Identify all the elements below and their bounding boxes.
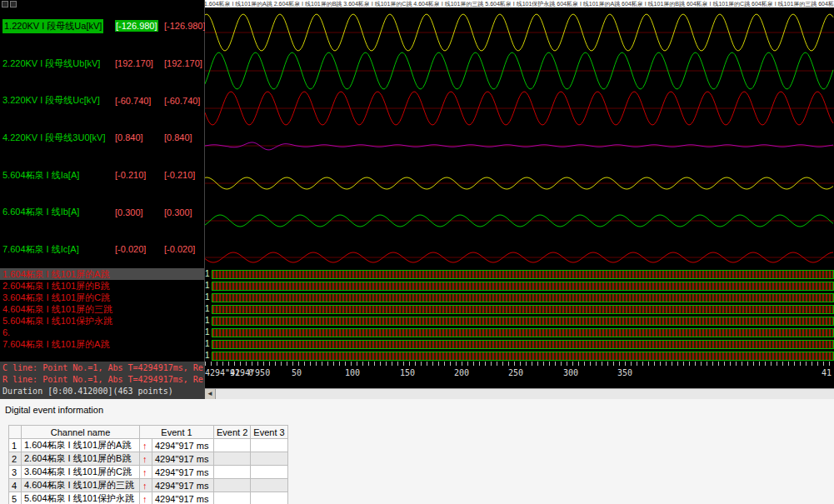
- digital-value: 1: [205, 327, 212, 338]
- time-axis[interactable]: 4294"91 4294"950 0 50 100 150 200 250 30…: [205, 362, 834, 388]
- analog-channel-label[interactable]: 4.220KV I 段母线3U0[kV]: [2, 132, 106, 144]
- col-event1-header: Event 1: [140, 426, 214, 439]
- rising-edge-icon: ↑: [140, 492, 152, 504]
- analog-channel-row[interactable]: 4.220KV I 段母线3U0[kV] [0.840] [0.840]: [0, 119, 204, 157]
- time-axis-label: 150: [400, 368, 415, 377]
- analog-channel-label[interactable]: 1.220KV I 段母线Ua[kV]: [2, 19, 103, 33]
- time-axis-label: 200: [454, 368, 469, 377]
- event2-cell: [214, 479, 251, 492]
- analog-channel-row[interactable]: 5.604柘泉 I 线Ia[A] [-0.210] [-0.210]: [0, 157, 204, 194]
- event-table: Channel name Event 1 Event 2 Event 3 1 1…: [8, 425, 288, 504]
- event2-cell: [214, 492, 251, 504]
- digital-channel-label[interactable]: 5.604柘泉 I 线101保护永跳: [0, 315, 204, 327]
- event2-cell: [214, 452, 251, 466]
- rising-edge-icon: ↑: [140, 439, 152, 452]
- duration-status: Duration [0:00.412000](463 points): [0, 386, 204, 397]
- analog-channel-row[interactable]: 3.220KV I 段母线Uc[kV] [-60.740] [-60.740]: [0, 82, 204, 119]
- event3-cell: [251, 452, 287, 466]
- digital-channel-label[interactable]: [0, 350, 204, 362]
- analog-ref-value: [-60.740]: [164, 96, 200, 106]
- event-table-row[interactable]: 1 1.604柘泉 I 线101屏的A跳 ↑ 4294"917 ms: [9, 439, 288, 452]
- analog-cursor-value: [-126.980]: [115, 20, 158, 32]
- analog-channel-label[interactable]: 3.220KV I 段母线Uc[kV]: [2, 94, 100, 107]
- analog-cursor-value: [0.840]: [115, 132, 143, 142]
- toolbar-icon[interactable]: [2, 1, 8, 7]
- digital-channel-label[interactable]: 2.604柘泉 I 线101屏的B跳: [0, 280, 204, 292]
- corner-toolbar: [0, 0, 204, 7]
- toolbar-icon[interactable]: [10, 1, 17, 7]
- analog-channel-row[interactable]: 7.604柘泉 I 线Ic[A] [-0.020] [-0.020]: [0, 231, 204, 268]
- digital-signal-plot[interactable]: 1 1 1 1 1 1 1 1: [205, 268, 834, 362]
- event-table-row[interactable]: 2 2.604柘泉 I 线101屏的B跳 ↑ 4294"917 ms: [9, 452, 288, 466]
- time-axis-label: 50: [292, 368, 302, 377]
- analog-channel-row[interactable]: 2.220KV I 段母线Ub[kV] [192.170] [192.170]: [0, 45, 204, 82]
- analog-cursor-value: [-60.740]: [115, 96, 151, 106]
- event-channel-name: 1.604柘泉 I 线101屏的A跳: [22, 439, 140, 452]
- analog-cursor-value: [-0.210]: [115, 170, 146, 180]
- analog-channel-label[interactable]: 6.604柘泉 I 线Ib[A]: [2, 206, 79, 218]
- digital-channel-label[interactable]: 4.604柘泉 I 线101屏的三跳: [0, 303, 204, 315]
- scroll-left-button[interactable]: ◄: [205, 389, 216, 399]
- analog-channel-label[interactable]: 5.604柘泉 I 线Ia[A]: [2, 169, 79, 182]
- event3-cell: [251, 479, 287, 492]
- event-table-row[interactable]: 5 5.604柘泉 I 线101保护永跳 ↑ 4294"917 ms: [9, 492, 288, 504]
- digital-value: 1: [205, 338, 212, 350]
- time-axis-label: 250: [508, 368, 523, 377]
- digital-signal-row: 1: [205, 338, 834, 350]
- digital-signal-bar: [212, 352, 834, 361]
- digital-value: 1: [205, 280, 212, 292]
- digital-channel-label[interactable]: 6.: [0, 327, 204, 338]
- col-channel-name-header: Channel name: [22, 426, 140, 439]
- event-channel-name: 5.604柘泉 I 线101保护永跳: [22, 492, 140, 504]
- digital-signal-bar: [212, 270, 834, 279]
- digital-signal-bar: [212, 305, 834, 314]
- event-time: 4294"917 ms: [152, 452, 214, 466]
- time-axis-label: 300: [563, 368, 578, 377]
- analog-waveforms[interactable]: [205, 7, 834, 268]
- event-row-number: 1: [9, 439, 22, 452]
- horizontal-scrollbar[interactable]: ◄: [205, 388, 834, 399]
- analog-channel-row[interactable]: 1.220KV I 段母线Ua[kV] [-126.980] [-126.980…: [0, 7, 204, 45]
- digital-value: 1: [205, 350, 212, 362]
- event3-cell: [251, 466, 287, 479]
- event-row-number: 2: [9, 452, 22, 466]
- event-row-number: 3: [9, 466, 22, 479]
- event-channel-name: 4.604柘泉 I 线101屏的三跳: [22, 479, 140, 492]
- event-info-section: Digital event information Channel name E…: [0, 399, 834, 504]
- analog-channel-label[interactable]: 7.604柘泉 I 线Ic[A]: [2, 243, 79, 256]
- digital-signal-bar: [212, 317, 834, 326]
- analog-cursor-value: [0.300]: [115, 207, 143, 217]
- titlebar-text: 1.604柘泉 I 线101屏的A跳 2.604柘泉 I 线101屏的B跳 3.…: [204, 0, 834, 7]
- digital-signal-bar: [212, 340, 834, 349]
- digital-value: 1: [205, 292, 212, 303]
- col-event2-header: Event 2: [214, 426, 251, 439]
- event3-cell: [251, 439, 287, 452]
- analog-channel-label[interactable]: 2.220KV I 段母线Ub[kV]: [2, 57, 100, 70]
- rising-edge-icon: ↑: [140, 479, 152, 492]
- digital-channel-label[interactable]: 3.604柘泉 I 线101屏的C跳: [0, 292, 204, 303]
- analog-cursor-value: [-0.020]: [115, 244, 146, 254]
- digital-channel-label[interactable]: 1.604柘泉 I 线101屏的A跳: [0, 268, 204, 280]
- digital-signal-bar: [212, 282, 834, 291]
- analog-ref-value: [0.840]: [164, 132, 192, 142]
- event2-cell: [214, 439, 251, 452]
- digital-signal-row: 1: [205, 315, 834, 327]
- event2-cell: [214, 466, 251, 479]
- col-event3-header: Event 3: [251, 426, 287, 439]
- event-section-title: Digital event information: [0, 399, 834, 415]
- event-table-row[interactable]: 4 4.604柘泉 I 线101屏的三跳 ↑ 4294"917 ms: [9, 479, 288, 492]
- event-row-number: 4: [9, 479, 22, 492]
- event-channel-name: 3.604柘泉 I 线101屏的C跳: [22, 466, 140, 479]
- digital-signal-row: 1: [205, 350, 834, 362]
- event-channel-name: 2.604柘泉 I 线101屏的B跳: [22, 452, 140, 466]
- analog-ref-value: [0.300]: [164, 207, 192, 217]
- event-time: 4294"917 ms: [152, 439, 214, 452]
- analog-channel-list: 1.220KV I 段母线Ua[kV] [-126.980] [-126.980…: [0, 7, 204, 268]
- digital-channel-label[interactable]: 7.604柘泉 I 线101屏的A跳: [0, 338, 204, 350]
- analog-channel-row[interactable]: 6.604柘泉 I 线Ib[A] [0.300] [0.300]: [0, 193, 204, 231]
- digital-value: 1: [205, 268, 212, 280]
- time-axis-label: 350: [617, 368, 632, 377]
- rising-edge-icon: ↑: [140, 452, 152, 466]
- event-table-row[interactable]: 3 3.604柘泉 I 线101屏的C跳 ↑ 4294"917 ms: [9, 466, 288, 479]
- time-axis-label: 0: [248, 368, 253, 377]
